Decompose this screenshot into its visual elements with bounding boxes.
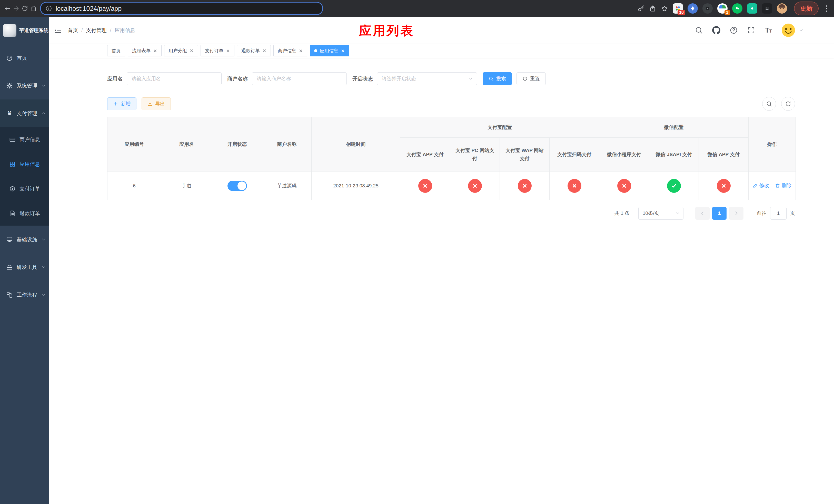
sidebar-item-payment[interactable]: ¥ 支付管理 [0, 99, 49, 127]
breadcrumb-current: 应用信息 [115, 27, 135, 34]
extension-icon-1[interactable]: 10 [673, 3, 683, 14]
extension-icon-4[interactable]: 1 [717, 3, 728, 14]
tab-user-group[interactable]: 用户分组 [164, 45, 198, 56]
page-1-button[interactable]: 1 [712, 207, 727, 220]
status-select[interactable]: 请选择开启状态 [377, 72, 477, 85]
tab-refund-orders[interactable]: 退款订单 [237, 45, 271, 56]
close-icon [341, 49, 345, 53]
chevron-down-icon [798, 28, 804, 33]
extension-icon-6[interactable] [747, 3, 757, 14]
breadcrumb: 首页 / 支付管理 / 应用信息 [68, 27, 135, 34]
extension-icon-5[interactable] [732, 3, 743, 14]
toggle-search-button[interactable] [762, 97, 776, 111]
refresh-button[interactable] [21, 3, 29, 14]
page-size-select[interactable]: 10条/页 [638, 207, 683, 220]
browser-menu-icon[interactable] [822, 5, 831, 12]
export-button[interactable]: 导出 [141, 97, 171, 110]
column-header-wechat-jsapi: 微信 JSAPI 支付 [649, 138, 699, 171]
goto-page-input[interactable] [770, 207, 787, 220]
plus-icon [113, 101, 118, 107]
navbar: 首页 / 支付管理 / 应用信息 TT [49, 17, 834, 44]
refresh-table-button[interactable] [781, 97, 795, 111]
breadcrumb-home[interactable]: 首页 [68, 27, 78, 34]
wechat-jsapi-status-icon [667, 179, 681, 193]
tab-home[interactable]: 首页 [107, 45, 125, 56]
table-row: 6 芋道 芋道源码 2021-10-23 08:49:25 修改 [107, 171, 796, 200]
chevron-down-icon [41, 237, 46, 242]
edit-link[interactable]: 修改 [753, 182, 769, 189]
chevron-right-icon [734, 211, 739, 216]
cell-created-time: 2021-10-23 08:49:25 [312, 171, 400, 200]
search-icon[interactable] [694, 25, 704, 35]
back-button[interactable] [3, 3, 12, 14]
close-icon [153, 49, 157, 53]
column-header-merchant: 商户名称 [262, 117, 312, 171]
group-header-alipay: 支付宝配置 [400, 117, 599, 138]
delete-link[interactable]: 删除 [775, 182, 791, 189]
fullscreen-icon[interactable] [746, 25, 756, 35]
status-toggle[interactable] [227, 181, 247, 191]
breadcrumb-separator: / [81, 27, 83, 33]
prev-page-button[interactable] [695, 207, 710, 220]
reset-button[interactable]: 重置 [517, 72, 546, 85]
tab-pay-orders[interactable]: 支付订单 [201, 45, 235, 56]
sidebar-item-infrastructure[interactable]: 基础设施 [0, 226, 49, 253]
refresh-icon [522, 76, 528, 81]
browser-chrome: localhost:1024/pay/app 10 1 更新 [0, 0, 834, 17]
sidebar: 芋道管理系统 首页 系统管理 ¥ 支付管理 商户信息 [0, 17, 49, 504]
sidebar-item-refund-orders[interactable]: 退款订单 [0, 201, 49, 226]
alipay-pc-status-icon [468, 179, 482, 193]
chevron-down-icon [41, 265, 46, 270]
sidebar-item-pay-orders[interactable]: 支付订单 [0, 176, 49, 201]
sidebar-item-app-info[interactable]: 应用信息 [0, 152, 49, 176]
extension-icon-7[interactable] [762, 3, 772, 14]
hamburger-icon[interactable] [52, 25, 64, 36]
home-button[interactable] [29, 3, 38, 14]
document-icon [9, 210, 16, 216]
update-button[interactable]: 更新 [794, 2, 819, 15]
search-button[interactable]: 搜索 [483, 72, 512, 85]
tab-merchant-info[interactable]: 商户信息 [273, 45, 307, 56]
chevron-left-icon [700, 211, 705, 216]
close-icon [262, 49, 266, 53]
merchant-name-input[interactable] [252, 72, 347, 85]
column-header-alipay-qr: 支付宝扫码支付 [550, 138, 599, 171]
next-page-button[interactable] [729, 207, 744, 220]
sidebar-item-home[interactable]: 首页 [0, 44, 49, 72]
app-table: 应用编号 应用名 开启状态 商户名称 创建时间 支付宝配置 微信配置 操作 支付… [107, 117, 796, 200]
site-info-icon[interactable] [45, 5, 52, 12]
font-size-icon[interactable]: TT [764, 25, 773, 35]
bookmark-star-icon[interactable] [659, 3, 671, 14]
sidebar-item-dev-tools[interactable]: 研发工具 [0, 253, 49, 281]
sidebar-item-system[interactable]: 系统管理 [0, 72, 49, 99]
share-icon[interactable] [647, 3, 659, 14]
close-icon [299, 49, 303, 53]
url-text: localhost:1024/pay/app [56, 5, 122, 12]
extension-icon-3[interactable] [702, 3, 713, 14]
forward-button[interactable] [12, 3, 21, 14]
help-icon[interactable] [729, 25, 739, 35]
breadcrumb-payment[interactable]: 支付管理 [86, 27, 107, 34]
page-content: 应用名 商户名称 开启状态 请选择开启状态 搜索 重置 [49, 58, 834, 220]
tab-process-form[interactable]: 流程表单 [128, 45, 161, 56]
extension-icon-2[interactable] [687, 3, 698, 14]
key-icon[interactable] [635, 3, 647, 14]
sidebar-item-workflow[interactable]: 工作流程 [0, 281, 49, 308]
tab-app-info[interactable]: 应用信息 [310, 45, 349, 56]
gear-icon [6, 82, 13, 89]
app-name-input[interactable] [127, 72, 222, 85]
alipay-qr-status-icon [568, 179, 581, 193]
profile-avatar-icon[interactable] [777, 3, 787, 14]
refresh-icon [785, 101, 791, 107]
extension-badge: 10 [678, 10, 685, 15]
column-header-wechat-mini: 微信小程序支付 [599, 138, 649, 171]
github-icon[interactable] [711, 25, 721, 35]
add-button[interactable]: 新增 [107, 97, 136, 110]
tabs-bar: 首页 流程表单 用户分组 支付订单 退款订单 商户信息 应用信息 [49, 44, 834, 58]
user-menu[interactable] [781, 23, 804, 38]
chevron-up-icon [41, 111, 46, 116]
address-bar[interactable]: localhost:1024/pay/app [40, 2, 323, 15]
sidebar-item-merchant-info[interactable]: 商户信息 [0, 127, 49, 152]
logo-title: 芋道管理系统 [19, 27, 48, 34]
column-header-name: 应用名 [161, 117, 212, 171]
